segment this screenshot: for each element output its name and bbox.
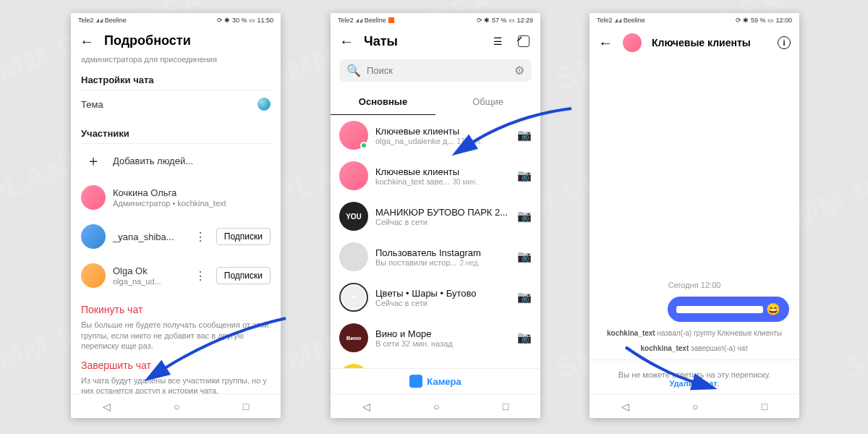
page-title: Подробности — [104, 33, 191, 48]
time-label: Сегодня 12:00 — [600, 281, 789, 289]
chat-title: Ключевые клиенты — [652, 37, 751, 48]
nav-back-icon[interactable]: ◁ — [103, 401, 111, 412]
back-icon[interactable]: ← — [598, 35, 613, 50]
theme-row[interactable]: Тема — [81, 90, 271, 118]
nav-home-icon[interactable]: ○ — [433, 401, 439, 412]
camera-icon[interactable]: 📷 — [517, 128, 532, 142]
member-row[interactable]: Olga Ok olga_na_ud... ⋮ Подписки — [81, 256, 271, 295]
add-people-row[interactable]: ＋ Добавить людей... — [81, 143, 271, 178]
avatar[interactable] — [623, 33, 642, 52]
info-icon[interactable]: i — [778, 36, 791, 49]
member-sub: olga_na_ud... — [113, 276, 184, 286]
camera-icon[interactable]: 📷 — [517, 290, 532, 305]
end-chat-link[interactable]: Завершить чат — [81, 359, 271, 371]
theme-color-icon — [258, 98, 271, 111]
chat-row[interactable]: Вино Вино и МореВ сети 32 мин. назад 📷 — [331, 318, 540, 358]
header: ← Ключевые клиенты i — [590, 27, 799, 58]
avatar — [81, 185, 106, 210]
list-icon[interactable] — [490, 33, 506, 49]
camera-icon[interactable]: 📷 — [517, 209, 532, 224]
avatar — [339, 364, 368, 368]
screen-details: Tele2₄ıl ₄ılBeeline ⟳ ✱ 30 % ▭ 11:50 ← П… — [71, 13, 281, 418]
online-dot-icon — [360, 142, 367, 149]
leave-chat-desc: Вы больше не будете получать сообщения о… — [81, 320, 271, 351]
filter-icon[interactable]: ⚙ — [514, 64, 524, 77]
leave-chat-link[interactable]: Покинуть чат — [81, 304, 271, 315]
status-bar: Tele2₄ıl ₄ılBeeline ⟳ ✱ 57 % ▭ 12:29 — [331, 13, 540, 27]
avatar — [339, 121, 368, 150]
member-row[interactable]: _yana_shiba... ⋮ Подписки — [81, 217, 271, 256]
camera-icon[interactable]: 📷 — [517, 250, 532, 264]
nav-recent-icon[interactable]: □ — [243, 401, 249, 412]
delete-chat-link[interactable]: Удалить чат — [669, 379, 717, 388]
system-message: kochkina_text завершил(-а) чат — [600, 344, 789, 352]
chat-row[interactable]: РЕЦЕПТЫ ТОРТОВПоследнее действие 3 ч... … — [331, 358, 540, 368]
theme-label: Тема — [81, 99, 250, 110]
section-members: Участники — [81, 128, 271, 139]
member-name: _yana_shiba... — [113, 231, 184, 242]
tab-general[interactable]: Общие — [435, 89, 540, 115]
kebab-icon[interactable]: ⋮ — [192, 230, 209, 244]
header: ← Чаты — [331, 27, 540, 55]
nav-home-icon[interactable]: ○ — [692, 401, 698, 412]
nav-back-icon[interactable]: ◁ — [621, 401, 629, 412]
nav-recent-icon[interactable]: □ — [762, 401, 767, 412]
kebab-icon[interactable]: ⋮ — [192, 269, 209, 283]
avatar — [339, 242, 368, 271]
camera-label: Камера — [427, 376, 461, 387]
nav-home-icon[interactable]: ○ — [174, 401, 179, 412]
avatar — [339, 161, 368, 190]
message-area: Сегодня 12:00 😄 kochkina_text назвал(-а)… — [590, 58, 799, 359]
avatar — [81, 224, 106, 249]
back-icon[interactable]: ← — [80, 34, 94, 48]
search-icon: 🔍 — [346, 64, 361, 77]
plus-icon: ＋ — [81, 151, 106, 171]
search-field[interactable] — [367, 65, 509, 76]
nav-recent-icon[interactable]: □ — [503, 401, 509, 412]
avatar — [339, 283, 368, 312]
chat-row[interactable]: Ключевые клиентыkochkina_text заве...30 … — [331, 156, 540, 196]
admin-note: администратора для присоединения — [81, 54, 271, 64]
member-row[interactable]: Кочкина Ольга Администратор • kochkina_t… — [81, 178, 271, 217]
chat-list: Ключевые клиентыolga_na_udalenke д...17 … — [331, 115, 540, 368]
chat-row[interactable]: Цветы • Шары • БутовоСейчас в сети 📷 — [331, 277, 540, 318]
search-input[interactable]: 🔍 ⚙ — [339, 59, 532, 82]
system-message: kochkina_text назвал(-а) группу Ключевые… — [600, 329, 789, 337]
header: ← Подробности — [71, 27, 281, 54]
camera-icon[interactable]: 📷 — [517, 169, 532, 183]
screen-conversation: Tele2₄ıl ₄ılBeeline ⟳ ✱ 59 % ▭ 12:00 ← К… — [590, 13, 799, 418]
back-icon[interactable]: ← — [339, 34, 354, 48]
camera-bar[interactable]: Камера — [331, 368, 540, 393]
avatar — [81, 263, 106, 288]
footer-message: Вы не можете ответить на эту переписку. … — [590, 359, 799, 393]
member-name: Кочкина Ольга — [113, 187, 271, 198]
tabs: Основные Общие — [331, 89, 540, 115]
message-bubble[interactable]: 😄 — [668, 297, 789, 322]
chat-row[interactable]: Ключевые клиентыolga_na_udalenke д...17 … — [331, 115, 540, 156]
follow-button[interactable]: Подписки — [216, 267, 271, 284]
emoji-icon: 😄 — [766, 302, 780, 316]
android-navbar: ◁ ○ □ — [590, 393, 799, 418]
compose-icon[interactable] — [516, 33, 532, 49]
camera-icon — [409, 375, 422, 388]
android-navbar: ◁ ○ □ — [331, 393, 540, 418]
chat-row[interactable]: Пользователь InstagramВы поставили истор… — [331, 237, 540, 277]
avatar: YOU — [339, 202, 368, 231]
end-chat-desc: Из чата будут удалены все участники груп… — [81, 375, 271, 393]
android-navbar: ◁ ○ □ — [71, 393, 281, 418]
status-bar: Tele2₄ıl ₄ılBeeline ⟳ ✱ 30 % ▭ 11:50 — [71, 13, 281, 27]
tab-primary[interactable]: Основные — [331, 89, 435, 115]
member-name: Olga Ok — [113, 265, 184, 276]
section-chat-settings: Настройки чата — [81, 75, 271, 85]
camera-icon[interactable]: 📷 — [517, 331, 532, 345]
member-sub: Администратор • kochkina_text — [113, 198, 271, 208]
follow-button[interactable]: Подписки — [216, 228, 271, 245]
avatar: Вино — [339, 323, 368, 352]
chat-row[interactable]: YOU МАНИКЮР БУТОВО ПАРК 2...Сейчас в сет… — [331, 196, 540, 237]
screen-chats: Tele2₄ıl ₄ılBeeline ⟳ ✱ 57 % ▭ 12:29 ← Ч… — [331, 13, 540, 418]
status-bar: Tele2₄ıl ₄ılBeeline ⟳ ✱ 59 % ▭ 12:00 — [590, 13, 799, 27]
notification-dot-icon — [388, 17, 394, 23]
add-people-label: Добавить людей... — [113, 156, 193, 166]
redacted-text — [676, 306, 763, 313]
nav-back-icon[interactable]: ◁ — [362, 401, 370, 412]
